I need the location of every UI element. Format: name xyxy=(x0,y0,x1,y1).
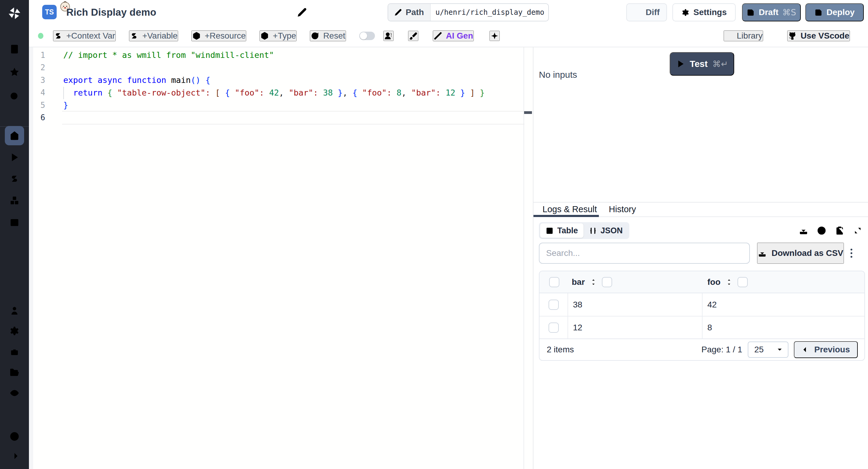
tab-history[interactable]: History xyxy=(609,205,636,214)
line-text: return { "table-row-object": [ { "foo": … xyxy=(45,88,485,97)
draft-button[interactable]: Draft ⌘S xyxy=(742,3,801,22)
info-icon[interactable] xyxy=(817,226,827,236)
current-line-highlight xyxy=(62,111,524,125)
previous-label: Previous xyxy=(814,345,850,354)
result-view-toggle: Table JSON xyxy=(539,222,629,239)
chevron-down-icon xyxy=(776,346,784,353)
table-row[interactable]: 12 8 xyxy=(539,316,864,339)
workers-bot-icon[interactable] xyxy=(9,347,20,357)
add-type-button[interactable]: +Type xyxy=(259,30,297,41)
download-csv-label: Download as CSV xyxy=(772,248,843,258)
sidebar-item-home-active[interactable] xyxy=(5,126,24,145)
diff-label: Diff xyxy=(646,7,660,17)
folders-icon[interactable] xyxy=(9,368,20,378)
active-tab-underline xyxy=(533,215,599,217)
table-footer: 2 items Page: 1 / 1 25 Previous xyxy=(539,339,864,360)
table-row[interactable]: 38 42 xyxy=(539,293,864,316)
search-icon[interactable] xyxy=(9,91,20,101)
multiplayer-users-button[interactable] xyxy=(383,31,394,41)
sort-icon[interactable] xyxy=(590,278,597,286)
result-table: bar foo 38 42 12 8 xyxy=(539,271,865,361)
diff-icon xyxy=(633,8,642,17)
reset-label: Reset xyxy=(323,31,345,41)
favorites-star-icon[interactable] xyxy=(9,67,20,77)
variables-dollar-icon[interactable] xyxy=(9,174,20,184)
column-header-bar[interactable]: bar xyxy=(572,277,585,287)
use-vscode-button[interactable]: Use VScode xyxy=(787,30,850,41)
deploy-button[interactable]: Deploy xyxy=(805,3,864,22)
users-icon xyxy=(384,31,393,40)
paintbrush-icon xyxy=(409,31,418,40)
add-resource-button[interactable]: +Resource xyxy=(191,30,246,41)
tab-logs-result[interactable]: Logs & Result xyxy=(542,205,597,214)
dollar-icon xyxy=(130,31,138,40)
deploy-label: Deploy xyxy=(827,7,855,17)
library-label: Library xyxy=(737,31,763,41)
line-text: // import * as wmill from "windmill-clie… xyxy=(45,50,274,60)
code-line[interactable]: 4 return { "table-row-object": [ { "foo"… xyxy=(29,87,533,99)
settings-gear-icon[interactable] xyxy=(9,326,20,336)
row-checkbox[interactable] xyxy=(549,322,559,333)
code-line[interactable]: 1// import * as wmill from "windmill-cli… xyxy=(29,49,533,61)
resources-blocks-icon[interactable] xyxy=(9,195,20,206)
expand-icon[interactable] xyxy=(853,226,863,236)
save-icon xyxy=(814,8,823,17)
reset-button[interactable]: Reset xyxy=(310,30,346,41)
row-checkbox[interactable] xyxy=(549,300,559,310)
page-indicator: Page: 1 / 1 xyxy=(701,345,742,354)
windmill-logo-icon[interactable] xyxy=(8,7,21,20)
workspace-building-icon[interactable] xyxy=(9,44,20,54)
code-line[interactable]: 3export async function main() { xyxy=(29,74,533,87)
table-header-row: bar foo xyxy=(539,271,864,293)
line-number: 5 xyxy=(29,101,45,110)
braces-icon xyxy=(589,227,597,235)
column-foo-checkbox[interactable] xyxy=(738,277,748,287)
edit-summary-pencil-icon[interactable] xyxy=(297,7,307,18)
code-line[interactable]: 6 xyxy=(29,112,533,124)
add-variable-button[interactable]: +Variable xyxy=(129,30,178,41)
schedules-calendar-icon[interactable] xyxy=(9,217,20,227)
download-csv-button[interactable]: Download as CSV xyxy=(757,243,844,264)
download-icon[interactable] xyxy=(799,226,808,236)
table-search-input[interactable] xyxy=(539,243,750,264)
ai-gen-button[interactable]: AI Gen xyxy=(433,30,474,41)
library-button[interactable]: Library xyxy=(724,30,764,41)
add-context-var-button[interactable]: +Context Var xyxy=(53,30,116,41)
view-table-option[interactable]: Table xyxy=(540,223,584,238)
view-json-option[interactable]: JSON xyxy=(584,223,628,238)
diff-mode-toggle[interactable] xyxy=(359,32,375,40)
test-button[interactable]: Test ⌘↵ xyxy=(670,52,734,76)
path-value: u/henri/rich_display_demo xyxy=(431,4,549,21)
code-line[interactable]: 5} xyxy=(29,99,533,112)
settings-label: Settings xyxy=(693,7,727,17)
page-size-select[interactable]: 25 xyxy=(748,342,788,358)
sort-icon[interactable] xyxy=(725,278,733,286)
magic-wand-icon xyxy=(433,31,442,40)
view-table-label: Table xyxy=(557,226,578,236)
help-icon[interactable] xyxy=(9,431,20,442)
clipboard-copy-icon[interactable] xyxy=(835,226,844,236)
resource-label: +Resource xyxy=(205,31,246,41)
ai-sparkles-button[interactable] xyxy=(490,31,500,41)
runs-play-icon[interactable] xyxy=(9,152,20,162)
user-icon[interactable] xyxy=(9,306,20,316)
use-vscode-label: Use VScode xyxy=(801,31,849,41)
sidebar xyxy=(0,0,29,469)
settings-button[interactable]: Settings xyxy=(673,3,736,22)
line-text: } xyxy=(45,100,68,110)
path-field[interactable]: Path u/henri/rich_display_demo xyxy=(388,3,549,22)
column-header-foo[interactable]: foo xyxy=(707,277,721,287)
table-menu-kebab[interactable] xyxy=(850,243,852,264)
diff-button[interactable]: Diff xyxy=(626,3,667,22)
format-brush-button[interactable] xyxy=(408,31,418,41)
line-number: 2 xyxy=(29,63,45,72)
variable-label: +Variable xyxy=(142,31,178,41)
column-bar-checkbox[interactable] xyxy=(602,277,612,287)
code-editor[interactable]: 1// import * as wmill from "windmill-cli… xyxy=(29,47,533,469)
audit-eye-icon[interactable] xyxy=(9,388,20,398)
line-number: 4 xyxy=(29,88,45,97)
select-all-checkbox[interactable] xyxy=(549,277,559,287)
previous-page-button[interactable]: Previous xyxy=(794,341,858,358)
collapse-arrow-icon[interactable] xyxy=(9,451,20,461)
code-line[interactable]: 2 xyxy=(29,61,533,74)
